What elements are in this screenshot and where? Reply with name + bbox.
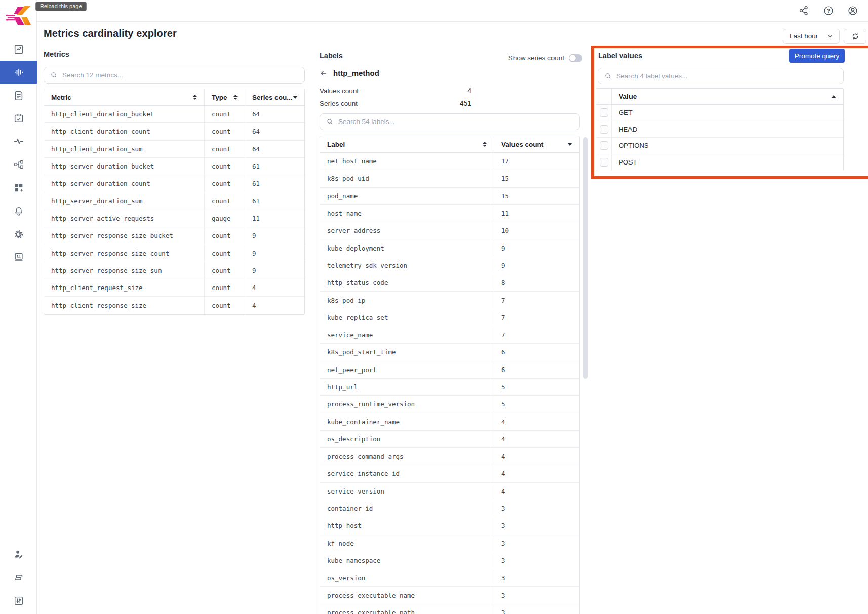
sidebar-item-metrics-active[interactable] bbox=[0, 61, 37, 84]
back-button[interactable] bbox=[320, 69, 328, 77]
label-row[interactable]: process_executable_path3 bbox=[320, 604, 579, 614]
metric-series-count-cell: 61 bbox=[245, 192, 304, 209]
chart-page-icon bbox=[13, 44, 24, 55]
sidebar-item-settings[interactable] bbox=[0, 589, 37, 612]
label-row[interactable]: kube_container_name4 bbox=[320, 413, 579, 430]
metric-series-count-cell: 61 bbox=[245, 175, 304, 192]
label-name-cell: service_version bbox=[320, 483, 494, 500]
metric-row[interactable]: http_server_response_size_bucketcount9 bbox=[44, 227, 304, 244]
label-values-search-input[interactable] bbox=[616, 72, 837, 80]
sidebar-item-analytics[interactable] bbox=[0, 37, 37, 60]
sort-both-icon bbox=[233, 95, 238, 100]
label-value-row[interactable]: POST bbox=[596, 154, 843, 171]
metric-row[interactable]: http_server_duration_bucketcount61 bbox=[44, 158, 304, 175]
labels-sort-values-count[interactable]: Values count bbox=[494, 136, 579, 152]
labels-search[interactable] bbox=[320, 113, 580, 130]
sidebar-item-apm[interactable] bbox=[0, 130, 37, 152]
metrics-sort-series-count[interactable]: Series cou... bbox=[245, 89, 304, 105]
label-value-checkbox[interactable] bbox=[600, 125, 608, 134]
label-row[interactable]: http_url5 bbox=[320, 379, 579, 396]
label-values-sort-value[interactable]: Value bbox=[612, 89, 843, 104]
sidebar-item-fingerprints[interactable] bbox=[0, 245, 37, 268]
metric-row[interactable]: http_client_duration_bucketcount64 bbox=[44, 106, 304, 123]
metrics-search[interactable] bbox=[44, 67, 305, 84]
sidebar-item-service-map[interactable] bbox=[0, 153, 37, 176]
label-row[interactable]: process_runtime_version5 bbox=[320, 396, 579, 413]
share-button[interactable] bbox=[798, 5, 809, 16]
label-value-row[interactable]: OPTIONS bbox=[596, 138, 843, 154]
metric-row[interactable]: http_server_response_size_sumcount9 bbox=[44, 262, 304, 279]
label-value-checkbox[interactable] bbox=[600, 158, 608, 167]
label-name-cell: kube_container_name bbox=[320, 413, 494, 430]
label-values-count-cell: 4 bbox=[494, 483, 579, 500]
metric-row[interactable]: http_client_duration_sumcount64 bbox=[44, 141, 304, 158]
metric-row[interactable]: http_client_response_sizecount4 bbox=[44, 297, 304, 314]
label-row[interactable]: k8s_pod_uid15 bbox=[320, 170, 579, 187]
help-button[interactable]: ? bbox=[823, 5, 834, 16]
time-range-value: Last hour bbox=[790, 32, 818, 40]
dashboard-add-icon bbox=[13, 182, 24, 193]
label-row[interactable]: k8s_pod_start_time6 bbox=[320, 344, 579, 361]
sidebar-item-dashboards[interactable] bbox=[0, 176, 37, 199]
label-row[interactable]: net_peer_port6 bbox=[320, 361, 579, 379]
metrics-sort-type[interactable]: Type bbox=[205, 89, 245, 105]
service-map-icon bbox=[13, 159, 24, 170]
toggle-switch[interactable] bbox=[569, 54, 582, 62]
label-value-row[interactable]: GET bbox=[596, 105, 843, 121]
metric-row[interactable]: http_server_duration_sumcount61 bbox=[44, 192, 304, 210]
label-row[interactable]: service_instance_id4 bbox=[320, 465, 579, 482]
label-values-count-cell: 4 bbox=[494, 448, 579, 465]
label-row[interactable]: service_name7 bbox=[320, 326, 579, 344]
label-row[interactable]: k8s_pod_ip7 bbox=[320, 292, 579, 309]
label-row[interactable]: kf_node3 bbox=[320, 535, 579, 552]
label-row[interactable]: http_host3 bbox=[320, 517, 579, 535]
label-row[interactable]: os_description4 bbox=[320, 431, 579, 448]
label-row[interactable]: os_version3 bbox=[320, 569, 579, 587]
label-row[interactable]: net_host_name17 bbox=[320, 153, 579, 170]
label-row[interactable]: kube_deployment9 bbox=[320, 239, 579, 257]
label-values-count-cell: 4 bbox=[494, 465, 579, 482]
metric-row[interactable]: http_server_active_requestsgauge11 bbox=[44, 210, 304, 227]
label-values-search[interactable] bbox=[598, 68, 844, 84]
metric-name-cell: http_client_duration_bucket bbox=[44, 106, 205, 122]
show-series-count-toggle[interactable]: Show series count bbox=[508, 54, 582, 62]
label-row[interactable]: host_name11 bbox=[320, 205, 579, 222]
labels-scrollbar-thumb[interactable] bbox=[583, 137, 588, 379]
label-row[interactable]: process_executable_name3 bbox=[320, 587, 579, 604]
calendar-check-icon bbox=[13, 113, 24, 124]
label-row[interactable]: server_address10 bbox=[320, 222, 579, 239]
sidebar-item-admin[interactable] bbox=[0, 543, 37, 565]
time-range-select[interactable]: Last hour bbox=[783, 29, 840, 44]
promote-query-button[interactable]: Promote query bbox=[789, 49, 845, 63]
sidebar-item-pipelines[interactable] bbox=[0, 566, 37, 589]
label-row[interactable]: kube_namespace3 bbox=[320, 552, 579, 569]
sidebar-item-alerts[interactable] bbox=[0, 199, 37, 222]
sidebar-item-logs[interactable] bbox=[0, 84, 37, 107]
metrics-search-input[interactable] bbox=[62, 71, 298, 79]
sidebar-item-grafana[interactable] bbox=[0, 223, 37, 245]
label-row[interactable]: kube_replica_set7 bbox=[320, 309, 579, 326]
labels-search-input[interactable] bbox=[338, 118, 573, 126]
label-row[interactable]: process_command_args4 bbox=[320, 448, 579, 465]
labels-sort-label[interactable]: Label bbox=[320, 136, 494, 152]
metric-row[interactable]: http_client_request_sizecount4 bbox=[44, 279, 304, 297]
sidebar-item-events[interactable] bbox=[0, 107, 37, 130]
metric-row[interactable]: http_server_duration_countcount61 bbox=[44, 175, 304, 192]
label-row[interactable]: pod_name15 bbox=[320, 188, 579, 205]
label-row[interactable]: http_status_code8 bbox=[320, 274, 579, 292]
kloudfuse-logo[interactable] bbox=[6, 4, 32, 27]
label-row[interactable]: container_id3 bbox=[320, 500, 579, 517]
label-value-row[interactable]: HEAD bbox=[596, 121, 843, 138]
metric-name-cell: http_client_response_size bbox=[44, 297, 205, 314]
account-button[interactable] bbox=[847, 5, 858, 16]
label-value-checkbox[interactable] bbox=[600, 141, 608, 150]
metric-row[interactable]: http_client_duration_countcount64 bbox=[44, 123, 304, 140]
label-value-checkbox[interactable] bbox=[600, 108, 608, 117]
metric-row[interactable]: http_server_response_size_countcount9 bbox=[44, 244, 304, 262]
label-name-cell: pod_name bbox=[320, 188, 494, 204]
label-row[interactable]: telemetry_sdk_version9 bbox=[320, 257, 579, 274]
label-name-cell: k8s_pod_start_time bbox=[320, 344, 494, 360]
refresh-button[interactable] bbox=[844, 29, 866, 44]
label-row[interactable]: service_version4 bbox=[320, 483, 579, 500]
metrics-sort-metric[interactable]: Metric bbox=[44, 89, 205, 105]
